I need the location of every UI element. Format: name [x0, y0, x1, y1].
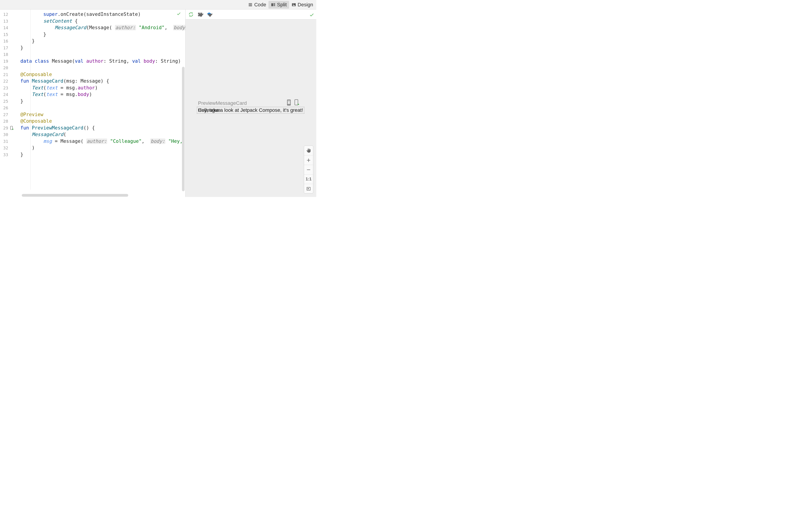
gutter-line[interactable]: 14	[1, 24, 20, 31]
line-number: 29	[1, 126, 8, 130]
code-line[interactable]: }	[20, 45, 185, 51]
code-line[interactable]: @Preview	[20, 111, 185, 118]
line-number: 25	[1, 99, 8, 104]
line-number: 15	[1, 32, 8, 37]
gutter-line[interactable]: 31	[1, 138, 20, 145]
code-line[interactable]: super.onCreate(savedInstanceState)	[20, 11, 185, 18]
editor-body[interactable]: 1213141516171819202122232425262728293031…	[0, 9, 185, 193]
code-line[interactable]: }	[20, 98, 185, 105]
gutter-divider	[30, 9, 31, 190]
view-tab-code[interactable]: Code	[246, 1, 268, 9]
code-line[interactable]: Text(text = msg.body)	[20, 91, 185, 98]
gutter-line[interactable]: 18	[1, 51, 20, 58]
gutter-line[interactable]: 13	[1, 18, 20, 25]
gutter-line[interactable]: 22	[1, 78, 20, 84]
gutter-line[interactable]: 27	[1, 111, 20, 118]
gutter-line[interactable]: 32	[1, 145, 20, 152]
deploy-preview-icon[interactable]	[294, 99, 299, 106]
code-editor-pane: 1213141516171819202122232425262728293031…	[0, 9, 185, 197]
line-number: 12	[1, 12, 8, 17]
code-line[interactable]: }	[20, 152, 185, 158]
line-number: 19	[1, 59, 8, 64]
code-line[interactable]: MessageCard(	[20, 131, 185, 138]
gutter-line[interactable]: 33	[1, 152, 20, 158]
preview-composable-name: PreviewMessageCard	[198, 100, 247, 106]
layers-icon[interactable]	[206, 11, 212, 18]
gutter-line[interactable]: 26	[1, 105, 20, 111]
svg-rect-6	[10, 126, 12, 130]
line-number: 28	[1, 119, 8, 124]
analysis-ok-icon[interactable]	[176, 11, 181, 16]
code-line[interactable]: }	[20, 38, 185, 45]
refresh-icon[interactable]	[188, 11, 194, 18]
editor-vertical-scrollbar[interactable]	[182, 67, 185, 191]
svg-rect-1	[273, 3, 275, 4]
gutter-line[interactable]: 28	[1, 118, 20, 125]
code-line[interactable]: data class Message(val author: String, v…	[20, 58, 185, 65]
code-line[interactable]: )	[20, 145, 185, 152]
gutter-line[interactable]: 21	[1, 71, 20, 78]
line-number: 31	[1, 139, 8, 144]
run-preview-gutter-icon[interactable]	[9, 126, 14, 130]
view-tab-label: Design	[298, 2, 313, 8]
code-line[interactable]: MessageCard(Message( author: "Android", …	[20, 24, 185, 31]
editor-horizontal-scrollbar-track[interactable]	[0, 193, 185, 197]
line-number: 33	[1, 152, 8, 157]
preview-item-actions	[286, 99, 299, 106]
gutter-line[interactable]: 16	[1, 38, 20, 45]
code-line[interactable]: Text(text = msg.author)	[20, 84, 185, 92]
code-line[interactable]	[20, 105, 185, 111]
line-number: 17	[1, 46, 8, 50]
gutter-line[interactable]: 25	[1, 98, 20, 105]
code-area[interactable]: super.onCreate(savedInstanceState) setCo…	[20, 9, 185, 193]
code-line[interactable]: setContent {	[20, 18, 185, 25]
main-area: 1213141516171819202122232425262728293031…	[0, 9, 316, 197]
lines-icon	[248, 2, 253, 7]
gutter-line[interactable]: 30	[1, 131, 20, 138]
zoom-out-icon[interactable]	[304, 165, 313, 174]
gutter-line[interactable]: 19	[1, 58, 20, 65]
code-line[interactable]: msg = Message( author: "Colleague", body…	[20, 138, 185, 145]
surface-icon[interactable]	[197, 11, 203, 18]
zoom-in-icon[interactable]	[304, 155, 313, 165]
gutter-line[interactable]: 12	[1, 11, 20, 18]
code-line[interactable]: @Composable	[20, 118, 185, 125]
code-line[interactable]: @Composable	[20, 71, 185, 78]
preview-canvas[interactable]: PreviewMessageCard Hey, take a look at J…	[186, 19, 316, 197]
code-line[interactable]: fun PreviewMessageCard() {	[20, 125, 185, 131]
svg-rect-3	[273, 5, 275, 6]
view-tab-design[interactable]: Design	[289, 1, 315, 9]
rendered-author-text: Colleague	[198, 108, 220, 113]
interactive-preview-icon[interactable]	[286, 99, 292, 106]
code-line[interactable]	[20, 51, 185, 58]
svg-rect-15	[308, 188, 309, 189]
rendered-preview[interactable]: Hey, take a look at Jetpack Compose, it'…	[197, 107, 304, 114]
view-tab-split[interactable]: Split	[268, 1, 289, 9]
code-line[interactable]: }	[20, 31, 185, 38]
gutter-line[interactable]: 24	[1, 91, 20, 98]
svg-rect-0	[271, 3, 273, 6]
line-number: 18	[1, 52, 8, 57]
code-line[interactable]: fun MessageCard(msg: Message) {	[20, 78, 185, 84]
view-tab-label: Split	[277, 2, 287, 8]
zoom-100-icon[interactable]: 1:1	[304, 174, 313, 184]
gutter-line[interactable]: 29	[1, 125, 20, 131]
gutter-line[interactable]: 17	[1, 45, 20, 51]
line-number: 22	[1, 79, 8, 83]
editor-horizontal-scrollbar-thumb[interactable]	[22, 194, 128, 197]
line-number: 26	[1, 106, 8, 110]
zoom-controls: 1:1	[304, 146, 313, 193]
line-number: 30	[1, 132, 8, 137]
fit-icon[interactable]	[304, 184, 313, 193]
gutter-line[interactable]: 15	[1, 31, 20, 38]
line-number: 27	[1, 112, 8, 117]
view-tab-label: Code	[254, 2, 266, 8]
code-line[interactable]	[20, 64, 185, 71]
preview-pane: PreviewMessageCard Hey, take a look at J…	[185, 9, 316, 197]
pan-icon[interactable]	[304, 146, 313, 155]
preview-ok-icon[interactable]	[309, 12, 314, 17]
svg-rect-13	[295, 100, 298, 105]
svg-point-5	[293, 4, 293, 4]
gutter-line[interactable]: 20	[1, 64, 20, 71]
gutter-line[interactable]: 23	[1, 84, 20, 92]
